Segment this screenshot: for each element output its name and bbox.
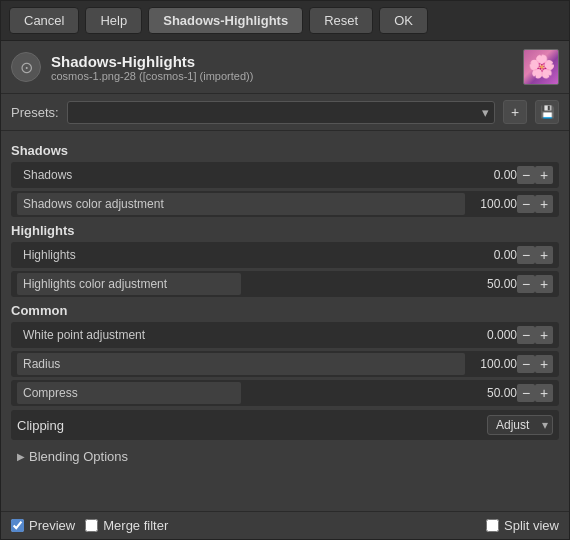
highlights-minus-button[interactable]: − [517, 246, 535, 264]
footer: Preview Merge filter Split view [1, 511, 569, 539]
clipping-select[interactable]: Adjust Clip None [487, 415, 553, 435]
compress-value: 50.00 [465, 386, 517, 400]
header: ⊙ Shadows-Highlights cosmos-1.png-28 ([c… [1, 41, 569, 94]
presets-row: Presets: + 💾 [1, 94, 569, 131]
compress-slider-row: Compress 50.00 − + [11, 380, 559, 406]
highlights-color-label: Highlights color adjustment [17, 277, 167, 291]
ok-button[interactable]: OK [379, 7, 428, 34]
shadows-color-track[interactable]: Shadows color adjustment [17, 193, 465, 215]
shadows-section-header: Shadows [11, 143, 559, 158]
highlights-color-value: 50.00 [465, 277, 517, 291]
radius-value: 100.00 [465, 357, 517, 371]
white-point-plus-button[interactable]: + [535, 326, 553, 344]
split-view-label: Split view [504, 518, 559, 533]
highlights-color-plus-button[interactable]: + [535, 275, 553, 293]
radius-track[interactable]: Radius [17, 353, 465, 375]
compress-track[interactable]: Compress [17, 382, 465, 404]
shadows-track[interactable]: Shadows [17, 164, 465, 186]
save-preset-button[interactable]: 💾 [535, 100, 559, 124]
cancel-button[interactable]: Cancel [9, 7, 79, 34]
shadows-label: Shadows [17, 168, 72, 182]
clipping-right: Adjust Clip None [487, 415, 553, 435]
preview-checkbox[interactable] [11, 519, 24, 532]
thumbnail-image: 🌸 [524, 50, 558, 84]
main-content: Shadows Shadows 0.00 − + Shadows color a… [1, 131, 569, 511]
shadows-color-value: 100.00 [465, 197, 517, 211]
presets-select[interactable] [67, 101, 495, 124]
compress-plus-button[interactable]: + [535, 384, 553, 402]
radius-plus-button[interactable]: + [535, 355, 553, 373]
highlights-label: Highlights [17, 248, 76, 262]
white-point-value: 0.000 [465, 328, 517, 342]
blending-options-row[interactable]: ▶ Blending Options [11, 444, 559, 469]
effect-subtitle: cosmos-1.png-28 ([cosmos-1] (imported)) [51, 70, 513, 82]
white-point-label: White point adjustment [17, 328, 145, 342]
shadows-slider-row: Shadows 0.00 − + [11, 162, 559, 188]
radius-slider-row: Radius 100.00 − + [11, 351, 559, 377]
shadows-color-minus-button[interactable]: − [517, 195, 535, 213]
shadows-color-slider-row: Shadows color adjustment 100.00 − + [11, 191, 559, 217]
blending-label: Blending Options [29, 449, 128, 464]
shadows-minus-button[interactable]: − [517, 166, 535, 184]
toolbar: Cancel Help Shadows-Highlights Reset OK [1, 1, 569, 41]
white-point-slider-row: White point adjustment 0.000 − + [11, 322, 559, 348]
shadows-color-plus-button[interactable]: + [535, 195, 553, 213]
clipping-row: Clipping Adjust Clip None [11, 410, 559, 440]
presets-select-wrapper [67, 101, 495, 124]
clipping-select-wrapper: Adjust Clip None [487, 415, 553, 435]
add-preset-button[interactable]: + [503, 100, 527, 124]
merge-filter-checkbox[interactable] [85, 519, 98, 532]
merge-filter-checkbox-row[interactable]: Merge filter [85, 518, 168, 533]
white-point-track[interactable]: White point adjustment [17, 324, 465, 346]
clipping-label: Clipping [17, 418, 64, 433]
help-button[interactable]: Help [85, 7, 142, 34]
dialog: Cancel Help Shadows-Highlights Reset OK … [0, 0, 570, 540]
radius-label: Radius [17, 357, 60, 371]
title-button: Shadows-Highlights [148, 7, 303, 34]
presets-label: Presets: [11, 105, 59, 120]
shadows-color-label: Shadows color adjustment [17, 197, 164, 211]
preview-label: Preview [29, 518, 75, 533]
highlights-section-header: Highlights [11, 223, 559, 238]
preview-checkbox-row[interactable]: Preview [11, 518, 75, 533]
shadows-value: 0.00 [465, 168, 517, 182]
white-point-minus-button[interactable]: − [517, 326, 535, 344]
reset-button[interactable]: Reset [309, 7, 373, 34]
header-text: Shadows-Highlights cosmos-1.png-28 ([cos… [51, 53, 513, 82]
layer-thumbnail: 🌸 [523, 49, 559, 85]
compress-minus-button[interactable]: − [517, 384, 535, 402]
highlights-value: 0.00 [465, 248, 517, 262]
split-view-checkbox[interactable] [486, 519, 499, 532]
merge-filter-label: Merge filter [103, 518, 168, 533]
highlights-plus-button[interactable]: + [535, 246, 553, 264]
highlights-color-track[interactable]: Highlights color adjustment [17, 273, 465, 295]
split-view-checkbox-row[interactable]: Split view [486, 518, 559, 533]
radius-minus-button[interactable]: − [517, 355, 535, 373]
effect-icon: ⊙ [11, 52, 41, 82]
highlights-slider-row: Highlights 0.00 − + [11, 242, 559, 268]
triangle-icon: ▶ [17, 451, 25, 462]
highlights-track[interactable]: Highlights [17, 244, 465, 266]
highlights-color-slider-row: Highlights color adjustment 50.00 − + [11, 271, 559, 297]
common-section-header: Common [11, 303, 559, 318]
shadows-plus-button[interactable]: + [535, 166, 553, 184]
compress-label: Compress [17, 386, 78, 400]
effect-title: Shadows-Highlights [51, 53, 513, 70]
radius-fill [17, 353, 465, 375]
highlights-color-minus-button[interactable]: − [517, 275, 535, 293]
